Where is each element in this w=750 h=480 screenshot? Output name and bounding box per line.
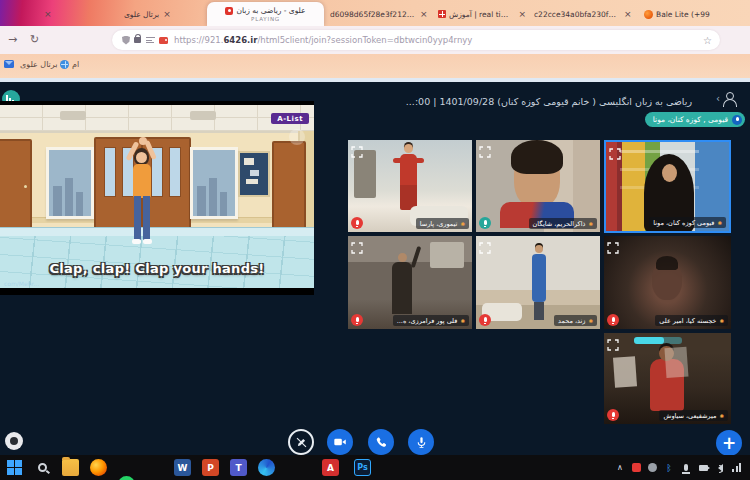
bookmark-star-icon[interactable]: ☆ (703, 35, 712, 46)
camera-permission-icon[interactable] (159, 37, 168, 44)
participant-name: ✱قلی پور فرامرزی، ه... (393, 315, 469, 326)
participant-figure (532, 254, 546, 302)
shared-video-player[interactable]: Clap, clap! Clap your hands! com/Mehr...… (0, 101, 314, 295)
tab-pcr[interactable]: آموزش | real time pcr × (438, 4, 530, 24)
cartoon-girl (122, 145, 162, 267)
participant-name-text: میرشفیعی، سیاوش (663, 412, 716, 420)
tray-camera-icon[interactable] (698, 463, 708, 473)
tab-close-icon[interactable]: × (163, 9, 171, 19)
edge-icon[interactable] (258, 459, 275, 476)
bookmark-clipped[interactable]: ام (72, 60, 79, 69)
bookmarks-bar: برتال علوی ام (0, 54, 750, 78)
fullscreen-icon[interactable] (607, 239, 619, 251)
fullscreen-icon[interactable] (351, 143, 363, 155)
status-star-icon: ✱ (460, 318, 465, 324)
mic-on-icon (479, 217, 491, 229)
tab-label: c22cce34a0bfa230fed3fc15 (534, 10, 620, 19)
start-button-icon[interactable] (6, 459, 23, 476)
video-tile-zand[interactable]: ✱زند، محمد (476, 236, 600, 329)
tab-label: d6098d65f28e3f21233721al| (330, 10, 416, 19)
network-icon[interactable] (732, 463, 742, 473)
reload-icon[interactable]: ↻ (30, 33, 39, 46)
chevron-left-icon: ‹ (716, 93, 720, 104)
meeting-favicon (225, 7, 233, 15)
teams-icon[interactable]: T (230, 459, 247, 476)
globe-icon (60, 60, 69, 69)
tray-mic-icon[interactable] (681, 463, 691, 473)
status-star-icon: ✱ (719, 318, 724, 324)
tab-close-icon[interactable]: × (420, 9, 428, 19)
whiteboard-locked-button[interactable] (288, 429, 314, 455)
lock-icon[interactable] (134, 37, 141, 43)
pcr-favicon (438, 10, 446, 18)
tray-recording-icon[interactable] (632, 463, 641, 472)
participant-name: ✱زند، محمد (554, 315, 597, 326)
fullscreen-icon[interactable] (351, 239, 363, 251)
tab-bale[interactable]: Bale Lite (+99 (644, 4, 746, 24)
tab-hex-1[interactable]: d6098d65f28e3f21233721al| × (330, 4, 432, 24)
volume-icon[interactable] (715, 463, 725, 473)
actions-plus-button[interactable]: + (716, 430, 742, 456)
acrobat-icon[interactable]: A (322, 459, 339, 476)
bookmark-label: برتال علوی (20, 60, 57, 69)
door-right (272, 141, 306, 237)
fullscreen-icon[interactable] (479, 239, 491, 251)
window-right (190, 147, 238, 219)
browser-toolbar: → ↻ https://921.6426.ir/html5client/join… (0, 26, 750, 54)
active-speaker-name: قیومی , کوزه کنان، مونا (653, 115, 728, 124)
shield-icon[interactable] (122, 36, 130, 45)
mic-muted-icon (607, 314, 619, 326)
windows-taskbar: W P T A Ps ∧ ᛒ (0, 455, 750, 480)
system-tray: ∧ ᛒ (615, 461, 742, 474)
mail-icon (4, 60, 14, 68)
active-speaker-badge[interactable]: قیومی , کوزه کنان، مونا (645, 112, 745, 127)
microphone-button[interactable] (408, 429, 434, 455)
tab-close-icon[interactable]: × (624, 9, 632, 19)
bookmark-mail[interactable] (4, 60, 14, 68)
participant-name-text: ذاکرالحریم، شایگان (533, 220, 586, 228)
participant-name-text: زند، محمد (558, 317, 585, 325)
hidden-icons-chevron[interactable]: ∧ (615, 463, 625, 473)
firefox-icon[interactable] (90, 459, 107, 476)
video-tile-gholipour[interactable]: ✱قلی پور فرامرزی، ه... (348, 236, 472, 329)
bluetooth-icon[interactable]: ᛒ (664, 463, 674, 473)
file-explorer-icon[interactable] (62, 459, 79, 476)
participants-toggle[interactable]: ‹ (716, 92, 738, 108)
tab-label: آموزش | real time pcr (449, 10, 514, 19)
tab-clipped[interactable]: × (40, 4, 85, 24)
ceiling-vent (60, 111, 86, 120)
permissions-icon[interactable] (146, 36, 155, 44)
powerpoint-icon[interactable]: P (202, 459, 219, 476)
floating-widget-button[interactable] (5, 432, 23, 450)
search-icon[interactable] (34, 459, 51, 476)
fullscreen-icon[interactable] (607, 336, 619, 348)
alist-badge: A-List (271, 113, 309, 124)
tab-portal-alavi[interactable]: برتال علوی × (124, 4, 208, 24)
tab-active-meeting[interactable]: علوی - ریاضی به زبان PLAYING (207, 2, 324, 26)
webcam-button[interactable] (327, 429, 353, 455)
tab-close-icon[interactable]: × (44, 9, 52, 19)
url-prefix: https://921. (174, 35, 223, 45)
tab-close-icon[interactable]: × (518, 9, 526, 19)
video-tile-teacher-mona[interactable]: ✱قیومی کوزه کنان، مونا (604, 140, 731, 233)
participant-name-text: قیومی کوزه کنان، مونا (653, 219, 714, 227)
fullscreen-icon[interactable] (479, 143, 491, 155)
participant-figure (400, 154, 417, 210)
video-tile-mirshafiei[interactable]: ✱میرشفیعی، سیاوش (604, 333, 731, 424)
word-icon[interactable]: W (174, 459, 191, 476)
mic-muted-icon (351, 217, 363, 229)
fullscreen-icon[interactable] (609, 145, 621, 157)
photoshop-icon[interactable]: Ps (354, 459, 371, 476)
tray-app-icon[interactable] (648, 463, 657, 472)
tab-hex-2[interactable]: c22cce34a0bfa230fed3fc15 × (534, 4, 638, 24)
tab-label: Bale Lite (+99 (656, 10, 710, 19)
bookmark-portal-alavi[interactable]: برتال علوی (20, 60, 69, 69)
video-tile-parsa[interactable]: ✱تیموری، پارسا (348, 140, 472, 232)
video-scene: Clap, clap! Clap your hands! com/Mehr...… (0, 105, 314, 288)
video-tile-shaygan[interactable]: ✱ذاکرالحریم، شایگان (476, 140, 600, 232)
whatsapp-icon[interactable] (118, 476, 135, 480)
audio-join-button[interactable] (368, 429, 394, 455)
video-tile-khojasteh[interactable]: ✱خجسته کیا، امیر علی (604, 236, 731, 329)
address-bar[interactable]: https://921.6426.ir/html5client/join?ses… (112, 30, 720, 50)
back-icon[interactable]: → (8, 33, 17, 46)
